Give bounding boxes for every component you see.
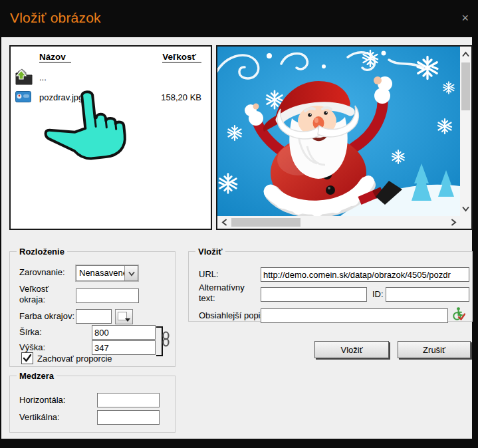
layout-legend: Rozloženie (17, 247, 67, 257)
height-input[interactable] (92, 340, 156, 355)
insert-fieldset: Vložiť URL: Alternatívny text: ID: Obsia… (188, 251, 473, 322)
image-preview (216, 45, 473, 230)
width-input[interactable] (92, 325, 156, 340)
chevron-left-icon (221, 219, 228, 226)
file-row-parent[interactable]: ... (11, 66, 211, 89)
horizontal-scrollbar[interactable] (217, 216, 460, 229)
alignment-select[interactable]: Nenasavené (76, 265, 138, 281)
vertical-spacing-input[interactable] (97, 410, 160, 425)
vertical-scrollbar[interactable] (460, 47, 471, 216)
select-arrow-button[interactable] (124, 266, 138, 280)
file-list: Názov Veľkosť ... (9, 45, 212, 230)
insert-legend: Vložiť (195, 247, 225, 257)
vertical-spacing-label: Vertikálna: (19, 412, 60, 423)
url-input[interactable] (261, 267, 469, 282)
alignment-value: Nenasavené (79, 268, 124, 278)
chain-link-icon (162, 331, 170, 350)
preview-image[interactable] (217, 47, 460, 216)
size-column-header[interactable]: Veľkosť (162, 52, 201, 62)
cancel-button[interactable]: Zrušiť (398, 341, 471, 358)
description-input[interactable] (261, 308, 448, 323)
parent-folder-icon (14, 68, 34, 88)
border-color-label: Farba okrajov: (19, 311, 74, 322)
title-bar: Vložiť obrázok × (0, 0, 478, 37)
file-row-parent-label: ... (39, 72, 47, 82)
keep-proportions-checkbox[interactable] (21, 352, 33, 364)
chevron-right-icon (450, 219, 457, 226)
insert-button[interactable]: Vložiť (314, 341, 389, 358)
name-column-header[interactable]: Názov (39, 52, 71, 62)
vertical-scroll-thumb[interactable] (461, 62, 470, 110)
accessibility-icon[interactable] (451, 306, 465, 324)
scrollbar-corner (460, 216, 471, 229)
insert-image-dialog: Vložiť obrázok × Názov Veľkosť ... (0, 0, 478, 448)
dropdown-triangle-icon (125, 318, 130, 322)
chevron-down-icon (128, 271, 135, 277)
keep-proportions-label: Zachovať proporcie (37, 354, 112, 364)
file-row[interactable]: pozdrav.jpg 158,20 KB (11, 89, 211, 106)
id-input[interactable] (386, 287, 469, 302)
alignment-label: Zarovnanie: (19, 267, 65, 278)
horizontal-scroll-thumb[interactable] (231, 218, 300, 227)
alt-text-label: Alternatívny text: (199, 282, 256, 304)
dialog-title: Vložiť obrázok (10, 10, 101, 26)
height-label: Výška: (19, 342, 45, 353)
description-label: Obsiahlejší popis: (199, 310, 267, 321)
scroll-left-button[interactable] (219, 216, 230, 229)
spacing-fieldset: Medzera Horizontála: Vertikálna: (9, 376, 176, 433)
file-name: pozdrav.jpg (39, 92, 83, 102)
file-size: 158,20 KB (161, 92, 201, 102)
border-size-input[interactable] (76, 288, 139, 303)
border-color-picker-button[interactable] (115, 309, 133, 324)
santa-illustration (217, 47, 460, 216)
dialog-body: Názov Veľkosť ... (1, 37, 472, 439)
chevron-down-icon (462, 205, 469, 212)
url-label: URL: (199, 269, 219, 280)
close-icon[interactable]: × (461, 12, 469, 24)
alt-text-input[interactable] (261, 287, 367, 302)
id-label: ID: (372, 289, 384, 300)
border-size-label: Veľkosť okraja: (19, 284, 68, 306)
chevron-up-icon (462, 51, 469, 58)
scroll-down-button[interactable] (460, 202, 471, 215)
width-label: Šírka: (19, 327, 42, 338)
scroll-up-button[interactable] (460, 48, 471, 60)
scroll-right-button[interactable] (447, 216, 459, 229)
horizontal-spacing-input[interactable] (97, 393, 160, 407)
spacing-legend: Medzera (17, 371, 57, 381)
check-icon (22, 353, 33, 364)
layout-fieldset: Rozloženie Zarovnanie: Nenasavené Veľkos… (9, 251, 176, 367)
horizontal-spacing-label: Horizontála: (19, 395, 65, 405)
file-thumbnail-icon (15, 91, 31, 104)
border-color-input[interactable] (76, 309, 112, 324)
